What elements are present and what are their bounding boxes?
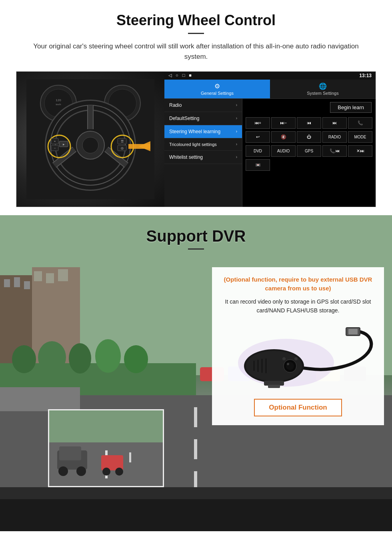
settings-menu-list: Radio › DefaultSetting › Steering Wheel …: [164, 99, 242, 207]
steering-wheel-svg: 120 km/h: [26, 79, 154, 199]
svg-point-86: [294, 357, 298, 360]
tab-general[interactable]: ⚙ General Settings: [164, 80, 270, 98]
status-time: 13:13: [359, 73, 372, 78]
ctrl-back[interactable]: ↩: [246, 131, 270, 143]
chevron-icon: ›: [236, 103, 237, 107]
ctrl-grid-row3: DVD AUDIO GPS 📞⏮ ✕⏭: [242, 144, 376, 158]
svg-rect-65: [59, 446, 81, 460]
ctrl-vol-up[interactable]: ⏮+: [246, 117, 270, 129]
ctrl-audio[interactable]: AUDIO: [271, 145, 296, 157]
gear-icon: ⚙: [214, 82, 220, 90]
ctrl-phone-next[interactable]: ✕⏭: [348, 145, 372, 157]
dvr-section: Support DVR: [0, 215, 392, 531]
dvr-info-card: (Optional function, require to buy exter…: [212, 267, 384, 426]
ctrl-record[interactable]: 📼: [246, 159, 270, 171]
svg-rect-74: [348, 329, 358, 334]
svg-text:+: +: [54, 140, 56, 143]
status-nav: ◁ ○ □ ■: [168, 73, 192, 78]
dvr-title-area: Support DVR: [0, 215, 392, 250]
svg-text:☰: ☰: [121, 140, 124, 143]
dvr-small-screen: [48, 409, 164, 487]
ctrl-mode[interactable]: MODE: [348, 131, 372, 143]
svg-text:km/h: km/h: [56, 103, 61, 106]
steering-photo-inner: 120 km/h: [16, 72, 164, 207]
control-panel: Begin learn ⏮+ ⏭− ⏮ ⏭ 📞 ↩ 🔇 ⏻: [242, 99, 376, 207]
svg-rect-34: [4, 279, 10, 287]
svg-point-43: [38, 341, 66, 373]
svg-rect-48: [194, 407, 197, 427]
svg-point-44: [69, 343, 91, 374]
svg-point-70: [115, 468, 123, 476]
svg-rect-88: [268, 385, 280, 388]
ctrl-grid-row1: ⏮+ ⏭− ⏮ ⏭ 📞: [242, 116, 376, 130]
optional-function-button[interactable]: Optional Function: [254, 399, 342, 416]
begin-learn-button[interactable]: Begin learn: [330, 102, 372, 113]
svg-rect-59: [0, 487, 392, 499]
chevron-icon: ›: [236, 155, 237, 159]
ctrl-phone-prev[interactable]: 📞⏮: [322, 145, 347, 157]
dvr-small-road: [49, 410, 163, 486]
ctrl-prev[interactable]: ⏮: [297, 117, 321, 129]
svg-text:−: −: [54, 147, 56, 150]
ctrl-gps[interactable]: GPS: [297, 145, 321, 157]
dvr-camera-svg: [222, 323, 374, 391]
ctrl-next[interactable]: ⏭: [322, 117, 347, 129]
svg-rect-49: [194, 439, 197, 459]
steering-section: Steering Wheel Control Your original car…: [0, 0, 392, 215]
svg-rect-35: [14, 277, 20, 287]
menu-item-steering-label: Steering Wheel learning: [169, 129, 220, 134]
menu-item-default[interactable]: DefaultSetting ›: [164, 112, 242, 125]
ctrl-vol-dn[interactable]: ⏭−: [271, 117, 296, 129]
menu-icon: ■: [189, 73, 192, 78]
ctrl-phone[interactable]: 📞: [348, 117, 372, 129]
ctrl-power[interactable]: ⏻: [297, 131, 321, 143]
svg-point-66: [58, 466, 68, 476]
globe-icon: 🌐: [319, 82, 327, 90]
svg-point-85: [282, 357, 286, 360]
settings-tabs: ⚙ General Settings 🌐 System Settings: [164, 80, 376, 99]
dvr-title-divider: [188, 248, 204, 250]
back-icon: ◁: [168, 73, 172, 78]
menu-item-default-label: DefaultSetting: [169, 116, 199, 121]
ctrl-radio[interactable]: RADIO: [322, 131, 347, 143]
svg-text:▶: ▶: [63, 143, 65, 146]
dvr-camera-image: [221, 321, 375, 393]
svg-point-67: [76, 466, 86, 476]
svg-rect-36: [24, 281, 30, 289]
tab-general-label: General Settings: [201, 91, 234, 96]
dvr-background: Support DVR: [0, 215, 392, 531]
chevron-icon: ›: [236, 142, 237, 146]
dvr-desc-text: It can record video only to storage in G…: [221, 297, 375, 315]
steering-title: Steering Wheel Control: [16, 12, 376, 29]
steering-subtitle: Your original car's steering wheel contr…: [32, 41, 360, 62]
ctrl-dvd[interactable]: DVD: [246, 145, 270, 157]
svg-point-69: [102, 468, 110, 476]
status-bar: ◁ ○ □ ■ 13:13: [164, 72, 376, 80]
ctrl-mute[interactable]: 🔇: [271, 131, 296, 143]
dvr-title: Support DVR: [0, 227, 392, 245]
ctrl-grid-row4: 📼: [242, 158, 376, 172]
svg-point-84: [287, 363, 289, 365]
menu-item-tricolour-label: Tricoloured light settings: [169, 142, 217, 147]
android-screen: ◁ ○ □ ■ 13:13 ⚙ General Settings 🌐 Syste…: [164, 72, 376, 207]
svg-text:◎: ◎: [121, 146, 124, 150]
chevron-icon: ›: [236, 129, 237, 134]
ctrl-grid-row2: ↩ 🔇 ⏻ RADIO MODE: [242, 130, 376, 144]
svg-point-45: [95, 339, 121, 373]
svg-point-42: [12, 345, 36, 373]
menu-item-tricolour[interactable]: Tricoloured light settings ›: [164, 138, 242, 151]
svg-rect-71: [129, 452, 131, 462]
menu-controls-area: Radio › DefaultSetting › Steering Wheel …: [164, 99, 376, 207]
menu-item-whitelist-label: Whitelist setting: [169, 154, 203, 160]
menu-item-radio-label: Radio: [169, 102, 182, 108]
home-icon: ○: [176, 73, 178, 78]
menu-item-radio[interactable]: Radio ›: [164, 99, 242, 112]
steering-panel: 120 km/h: [16, 71, 376, 207]
title-divider: [188, 33, 204, 34]
steering-photo: 120 km/h: [16, 72, 164, 207]
tab-system[interactable]: 🌐 System Settings: [270, 80, 376, 98]
svg-rect-51: [0, 387, 80, 411]
svg-text:120: 120: [56, 98, 61, 102]
menu-item-steering[interactable]: Steering Wheel learning ›: [164, 125, 242, 138]
menu-item-whitelist[interactable]: Whitelist setting ›: [164, 151, 242, 164]
